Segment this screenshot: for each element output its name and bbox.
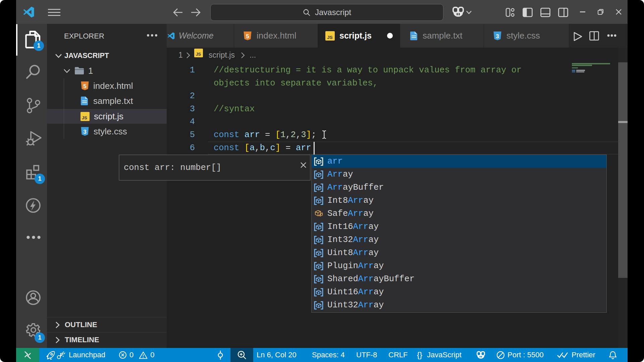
svg-text:5: 5 (246, 33, 249, 39)
svg-text:3: 3 (496, 33, 499, 39)
svg-text:JS: JS (327, 35, 332, 40)
svg-text:JS: JS (82, 115, 87, 120)
svg-text:5: 5 (83, 83, 86, 89)
svg-text:JS: JS (196, 52, 201, 57)
svg-text:3: 3 (83, 129, 86, 135)
